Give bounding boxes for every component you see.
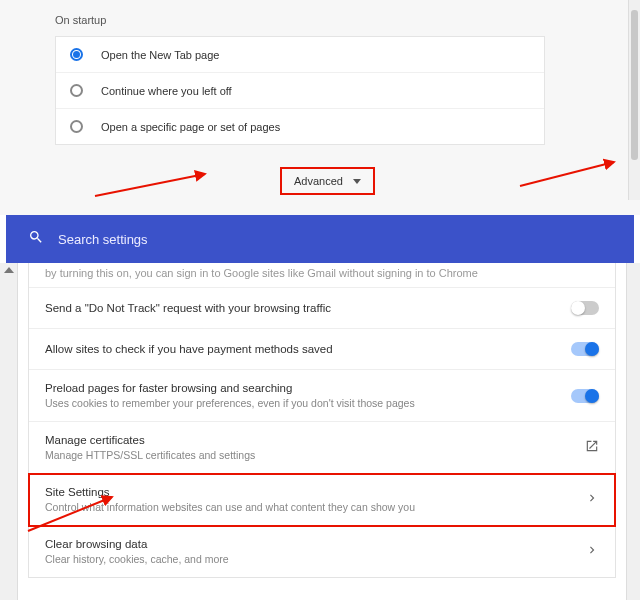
radio-icon	[70, 84, 83, 97]
row-clear-browsing-data[interactable]: Clear browsing data Clear history, cooki…	[29, 526, 615, 577]
radio-icon	[70, 120, 83, 133]
chevron-down-icon	[353, 179, 361, 184]
row-do-not-track[interactable]: Send a "Do Not Track" request with your …	[29, 288, 615, 329]
row-label: Preload pages for faster browsing and se…	[45, 382, 415, 394]
row-label: Allow sites to check if you have payment…	[45, 341, 333, 357]
row-sublabel: Clear history, cookies, cache, and more	[45, 553, 229, 565]
row-label: Send a "Do Not Track" request with your …	[45, 300, 331, 316]
search-settings-input[interactable]	[58, 232, 612, 247]
radio-open-new-tab[interactable]: Open the New Tab page	[56, 37, 544, 73]
row-label: Clear browsing data	[45, 538, 229, 550]
chevron-right-icon	[585, 491, 599, 509]
row-manage-certificates[interactable]: Manage certificates Manage HTTPS/SSL cer…	[29, 422, 615, 474]
row-sublabel: Control what information websites can us…	[45, 501, 415, 513]
radio-label: Open the New Tab page	[101, 49, 219, 61]
toggle-do-not-track[interactable]	[571, 301, 599, 315]
radio-continue[interactable]: Continue where you left off	[56, 73, 544, 109]
startup-section: On startup Open the New Tab page Continu…	[0, 0, 640, 215]
advanced-label: Advanced	[294, 175, 343, 187]
radio-label: Continue where you left off	[101, 85, 232, 97]
search-icon	[28, 229, 44, 249]
row-label: Manage certificates	[45, 434, 255, 446]
toggle-preload-pages[interactable]	[571, 389, 599, 403]
advanced-button[interactable]: Advanced	[280, 167, 375, 195]
radio-label: Open a specific page or set of pages	[101, 121, 280, 133]
search-settings-bar[interactable]	[6, 215, 634, 263]
truncated-row-text: by turning this on, you can sign in to G…	[29, 263, 615, 288]
advanced-settings-panel: by turning this on, you can sign in to G…	[0, 215, 640, 600]
radio-specific-page[interactable]: Open a specific page or set of pages	[56, 109, 544, 144]
page-scrollbar[interactable]	[628, 0, 640, 200]
left-scroll-edge[interactable]	[0, 263, 18, 600]
startup-card: Open the New Tab page Continue where you…	[55, 36, 545, 145]
row-label: Site Settings	[45, 486, 415, 498]
row-sublabel: Uses cookies to remember your preference…	[45, 397, 415, 409]
privacy-settings-list: by turning this on, you can sign in to G…	[28, 263, 616, 578]
startup-section-title: On startup	[55, 14, 600, 26]
chevron-right-icon	[585, 543, 599, 561]
right-scroll-edge[interactable]	[626, 263, 640, 600]
row-sublabel: Manage HTTPS/SSL certificates and settin…	[45, 449, 255, 461]
toggle-payment-methods[interactable]	[571, 342, 599, 356]
external-link-icon	[585, 439, 599, 457]
row-payment-methods[interactable]: Allow sites to check if you have payment…	[29, 329, 615, 370]
radio-icon	[70, 48, 83, 61]
row-site-settings[interactable]: Site Settings Control what information w…	[29, 474, 615, 526]
row-preload-pages[interactable]: Preload pages for faster browsing and se…	[29, 370, 615, 422]
